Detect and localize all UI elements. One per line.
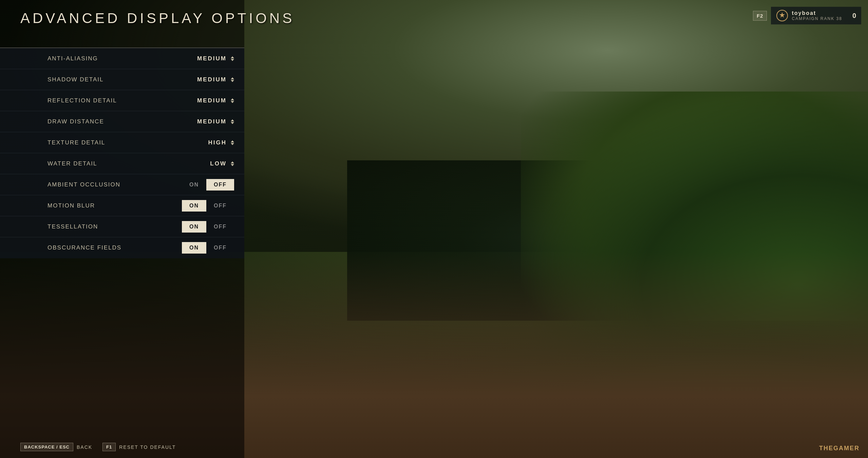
setting-value-area-0[interactable]: MEDIUM (197, 55, 234, 62)
bottom-key-group-0[interactable]: BACKSPACE / ESCBACK (20, 443, 92, 451)
settings-panel: ANTI-ALIASINGMEDIUMSHADOW DETAILMEDIUMRE… (0, 47, 244, 258)
setting-label-8: TESSELLATION (48, 223, 98, 230)
dropdown-text-1: MEDIUM (197, 76, 227, 83)
hud-rank-icon (776, 9, 788, 22)
toggle-on-8[interactable]: ON (182, 221, 206, 233)
toggle-off-6[interactable]: OFF (206, 179, 234, 191)
chevron-icon-3 (231, 119, 234, 124)
dropdown-text-4: HIGH (208, 139, 227, 146)
setting-row-4[interactable]: TEXTURE DETAILHIGH (0, 132, 244, 153)
setting-value-area-1[interactable]: MEDIUM (197, 76, 234, 83)
setting-row-7[interactable]: MOTION BLURONOFF (0, 195, 244, 216)
setting-value-area-2[interactable]: MEDIUM (197, 97, 234, 104)
toggle-off-7[interactable]: OFF (206, 200, 234, 212)
title-area: ADVANCED DISPLAY OPTIONS (20, 10, 295, 26)
dropdown-text-0: MEDIUM (197, 55, 227, 62)
bottom-key-group-1[interactable]: F1RESET TO DEFAULT (102, 443, 176, 451)
setting-label-6: AMBIENT OCCLUSION (48, 181, 120, 188)
dropdown-text-3: MEDIUM (197, 118, 227, 125)
toggle-off-8[interactable]: OFF (206, 221, 234, 233)
hud-user-info: toyboat CAMPAIGN RANK 38 (792, 10, 842, 21)
setting-row-9[interactable]: OBSCURANCE FIELDSONOFF (0, 237, 244, 258)
watermark: THEGAMER (819, 445, 860, 452)
toggle-group-8[interactable]: ONOFF (182, 221, 234, 233)
dropdown-value-3[interactable]: MEDIUM (197, 118, 234, 125)
key-badge-1: F1 (102, 443, 116, 451)
bottom-bar: BACKSPACE / ESCBACKF1RESET TO DEFAULT (20, 443, 176, 451)
setting-row-0[interactable]: ANTI-ALIASINGMEDIUM (0, 48, 244, 69)
setting-value-area-6[interactable]: ONOFF (182, 179, 234, 191)
setting-label-0: ANTI-ALIASING (48, 55, 98, 62)
setting-value-area-7[interactable]: ONOFF (182, 200, 234, 212)
setting-row-5[interactable]: WATER DETAILLOW (0, 153, 244, 174)
setting-label-2: REFLECTION DETAIL (48, 97, 117, 104)
toggle-off-9[interactable]: OFF (206, 242, 234, 254)
hud-topright: F2 toyboat CAMPAIGN RANK 38 0 (753, 7, 861, 24)
chevron-icon-5 (231, 161, 234, 166)
setting-row-2[interactable]: REFLECTION DETAILMEDIUM (0, 90, 244, 111)
setting-label-4: TEXTURE DETAIL (48, 139, 105, 146)
setting-value-area-3[interactable]: MEDIUM (197, 118, 234, 125)
toggle-on-6[interactable]: ON (182, 179, 206, 191)
chevron-icon-2 (231, 98, 234, 103)
dropdown-value-5[interactable]: LOW (210, 160, 234, 167)
key-action-label-1: RESET TO DEFAULT (119, 444, 176, 450)
chevron-icon-1 (231, 77, 234, 82)
setting-row-3[interactable]: DRAW DISTANCEMEDIUM (0, 111, 244, 132)
setting-value-area-9[interactable]: ONOFF (182, 242, 234, 254)
hud-user-area: toyboat CAMPAIGN RANK 38 0 (771, 7, 861, 24)
toggle-on-7[interactable]: ON (182, 200, 206, 212)
setting-label-5: WATER DETAIL (48, 160, 97, 167)
chevron-icon-0 (231, 56, 234, 61)
toggle-on-9[interactable]: ON (182, 242, 206, 254)
dropdown-value-4[interactable]: HIGH (208, 139, 234, 146)
toggle-group-7[interactable]: ONOFF (182, 200, 234, 212)
hud-score: 0 (852, 12, 856, 20)
key-badge-0: BACKSPACE / ESC (20, 443, 73, 451)
hud-rank: CAMPAIGN RANK 38 (792, 16, 842, 21)
dropdown-value-2[interactable]: MEDIUM (197, 97, 234, 104)
setting-label-9: OBSCURANCE FIELDS (48, 244, 121, 251)
setting-value-area-5[interactable]: LOW (210, 160, 234, 167)
setting-label-1: SHADOW DETAIL (48, 76, 103, 83)
hud-username: toyboat (792, 10, 842, 16)
toggle-group-9[interactable]: ONOFF (182, 242, 234, 254)
setting-value-area-4[interactable]: HIGH (208, 139, 234, 146)
dropdown-value-0[interactable]: MEDIUM (197, 55, 234, 62)
setting-label-3: DRAW DISTANCE (48, 118, 104, 125)
setting-row-6[interactable]: AMBIENT OCCLUSIONONOFF (0, 174, 244, 195)
page-title: ADVANCED DISPLAY OPTIONS (20, 10, 295, 26)
chevron-icon-4 (231, 140, 234, 145)
setting-value-area-8[interactable]: ONOFF (182, 221, 234, 233)
toggle-group-6[interactable]: ONOFF (182, 179, 234, 191)
dropdown-value-1[interactable]: MEDIUM (197, 76, 234, 83)
key-action-label-0: BACK (77, 444, 92, 450)
dropdown-text-5: LOW (210, 160, 227, 167)
hud-f2-badge: F2 (753, 11, 767, 21)
dropdown-text-2: MEDIUM (197, 97, 227, 104)
setting-row-8[interactable]: TESSELLATIONONOFF (0, 216, 244, 237)
setting-row-1[interactable]: SHADOW DETAILMEDIUM (0, 69, 244, 90)
setting-label-7: MOTION BLUR (48, 202, 95, 209)
